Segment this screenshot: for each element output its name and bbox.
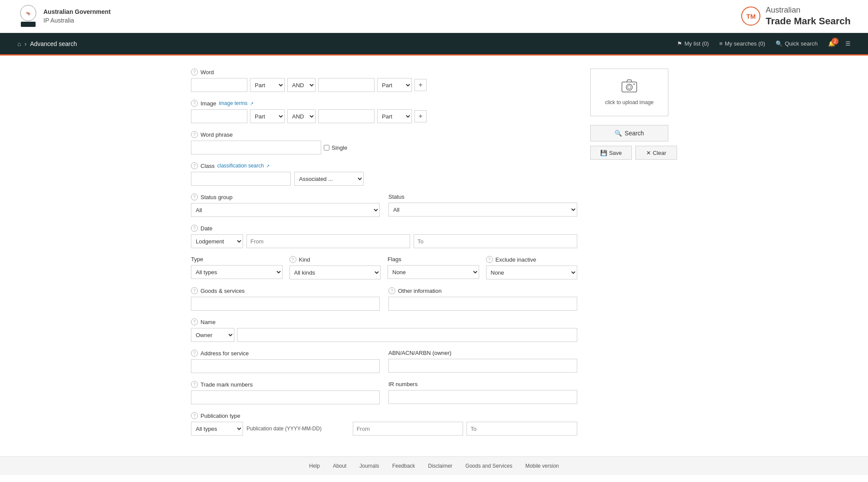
status-select[interactable]: AllActiveInactive — [388, 203, 577, 216]
image-help-icon[interactable]: ? — [191, 100, 198, 107]
other-info-help-icon[interactable]: ? — [388, 287, 395, 294]
address-input[interactable] — [191, 359, 380, 373]
single-label: Single — [332, 144, 347, 151]
clear-button[interactable]: ✕ Clear — [635, 146, 677, 160]
save-button[interactable]: 💾 Save — [590, 146, 632, 160]
word-input-row: PartWholePrefixSuffix ANDORNOT PartWhole… — [191, 78, 577, 92]
image-part-select-2[interactable]: PartWholePrefix — [377, 109, 412, 123]
single-checkbox[interactable] — [324, 145, 329, 151]
name-help-icon[interactable]: ? — [191, 318, 198, 325]
footer-feedback-link[interactable]: Feedback — [392, 463, 415, 469]
image-terms-external-icon: ↗ — [250, 101, 253, 106]
kind-label: ? Kind — [289, 256, 381, 263]
exclude-inactive-select[interactable]: NoneYes — [486, 266, 578, 279]
type-select[interactable]: All typesStandardDefensiveCollective — [191, 265, 283, 279]
status-group-help-icon[interactable]: ? — [191, 193, 198, 200]
word-input-1[interactable] — [191, 78, 247, 92]
status-group-select[interactable]: AllFiledRegisteredLapsed — [191, 203, 380, 217]
pub-type-select[interactable]: All typesStandardDefensive — [191, 422, 243, 436]
associated-select[interactable]: Associated ... Associated Not associated — [294, 172, 364, 186]
word-input-2[interactable] — [318, 78, 375, 92]
abn-label: ABN/ACN/ARBN (owner) — [388, 350, 577, 356]
name-input-row: OwnerApplicantAgent — [191, 328, 577, 342]
image-add-button[interactable]: + — [414, 110, 427, 122]
goods-help-icon[interactable]: ? — [191, 287, 198, 294]
nav-left: ⌂ › Advanced search — [17, 40, 77, 47]
kind-help-icon[interactable]: ? — [289, 256, 296, 263]
footer-help-link[interactable]: Help — [309, 463, 320, 469]
hamburger-icon: ☰ — [845, 40, 851, 47]
word-phrase-input[interactable] — [191, 141, 321, 154]
footer-mobile-link[interactable]: Mobile version — [525, 463, 559, 469]
date-type-select[interactable]: LodgementRegistrationRenewalPublication — [191, 234, 243, 248]
word-phrase-label: ? Word phrase — [191, 131, 577, 138]
home-icon[interactable]: ⌂ — [17, 40, 21, 47]
class-help-icon[interactable]: ? — [191, 162, 198, 169]
abn-col: ABN/ACN/ARBN (owner) — [388, 350, 577, 373]
date-section: ? Date LodgementRegistrationRenewalPubli… — [191, 225, 577, 248]
other-info-col: ? Other information — [388, 287, 577, 311]
ir-numbers-input[interactable] — [388, 390, 577, 404]
camera-icon — [621, 79, 637, 96]
search-button[interactable]: 🔍 Search — [590, 125, 668, 141]
footer-about-link[interactable]: About — [333, 463, 346, 469]
kind-select[interactable]: All kindsWordDeviceCombined — [289, 266, 381, 279]
word-phrase-help-icon[interactable]: ? — [191, 131, 198, 138]
image-input-2[interactable] — [318, 109, 375, 123]
brand-area: TM Australian Trade Mark Search — [741, 5, 851, 28]
word-part-select-1[interactable]: PartWholePrefixSuffix — [250, 78, 285, 92]
exclude-inactive-label: ? Exclude inactive — [486, 256, 578, 263]
date-help-icon[interactable]: ? — [191, 225, 198, 232]
word-phrase-section: ? Word phrase Single — [191, 131, 577, 154]
footer: Help About Journals Feedback Disclaimer … — [0, 456, 868, 475]
upload-image-box[interactable]: click to upload image — [590, 69, 668, 116]
pub-section: ? Publication type All typesStandardDefe… — [191, 412, 577, 436]
image-terms-link[interactable]: image terms ↗ — [219, 100, 253, 106]
tm-numbers-input[interactable] — [191, 390, 380, 404]
status-group-label: ? Status group — [191, 193, 380, 200]
goods-input[interactable] — [191, 297, 380, 311]
abn-input[interactable] — [388, 359, 577, 373]
notifications-nav[interactable]: 🔔 2 — [828, 40, 835, 47]
pub-type-label: ? Publication type — [191, 412, 577, 419]
date-label: ? Date — [191, 225, 577, 232]
brand-text: Australian Trade Mark Search — [766, 5, 851, 28]
word-part-select-2[interactable]: PartWholePrefixSuffix — [377, 78, 412, 92]
my-list-nav[interactable]: ⚑ My list (0) — [677, 40, 709, 47]
word-connector-1[interactable]: ANDORNOT — [287, 78, 316, 92]
image-connector-1[interactable]: ANDORNOT — [287, 109, 316, 123]
image-part-select-1[interactable]: PartWholePrefix — [250, 109, 285, 123]
date-to-input[interactable] — [414, 234, 577, 248]
pub-date-from-input[interactable] — [353, 422, 464, 436]
pub-date-to-input[interactable] — [467, 422, 577, 436]
image-input-1[interactable] — [191, 109, 247, 123]
flags-label: Flags — [388, 256, 479, 262]
my-searches-nav[interactable]: ≡ My searches (0) — [719, 40, 765, 47]
quick-search-nav[interactable]: 🔍 Quick search — [776, 40, 818, 47]
menu-nav[interactable]: ☰ — [845, 40, 851, 47]
flags-select[interactable]: NoneMadridConvention — [388, 265, 479, 279]
type-col: Type All typesStandardDefensiveCollectiv… — [191, 256, 283, 279]
footer-journals-link[interactable]: Journals — [359, 463, 379, 469]
name-input[interactable] — [237, 328, 577, 342]
type-section: Type All typesStandardDefensiveCollectiv… — [191, 256, 577, 279]
address-help-icon[interactable]: ? — [191, 350, 198, 357]
word-add-button[interactable]: + — [414, 79, 427, 91]
name-type-select[interactable]: OwnerApplicantAgent — [191, 328, 234, 342]
ir-numbers-label: IR numbers — [388, 381, 577, 387]
word-help-icon[interactable]: ? — [191, 69, 198, 75]
search-form: ? Word PartWholePrefixSuffix ANDORNOT Pa… — [191, 69, 577, 443]
date-from-input[interactable] — [247, 234, 410, 248]
exclude-inactive-help-icon[interactable]: ? — [486, 256, 493, 263]
other-info-input[interactable] — [388, 297, 577, 311]
tm-numbers-help-icon[interactable]: ? — [191, 381, 198, 388]
address-section: ? Address for service ABN/ACN/ARBN (owne… — [191, 350, 577, 373]
pub-type-help-icon[interactable]: ? — [191, 412, 198, 419]
class-input[interactable] — [191, 172, 291, 186]
classification-link[interactable]: classification search ↗ — [217, 163, 270, 169]
status-col: Status AllActiveInactive — [388, 193, 577, 216]
date-input-row: LodgementRegistrationRenewalPublication — [191, 234, 577, 248]
footer-goods-services-link[interactable]: Goods and Services — [465, 463, 512, 469]
footer-disclaimer-link[interactable]: Disclaimer — [428, 463, 452, 469]
svg-point-5 — [628, 85, 631, 89]
